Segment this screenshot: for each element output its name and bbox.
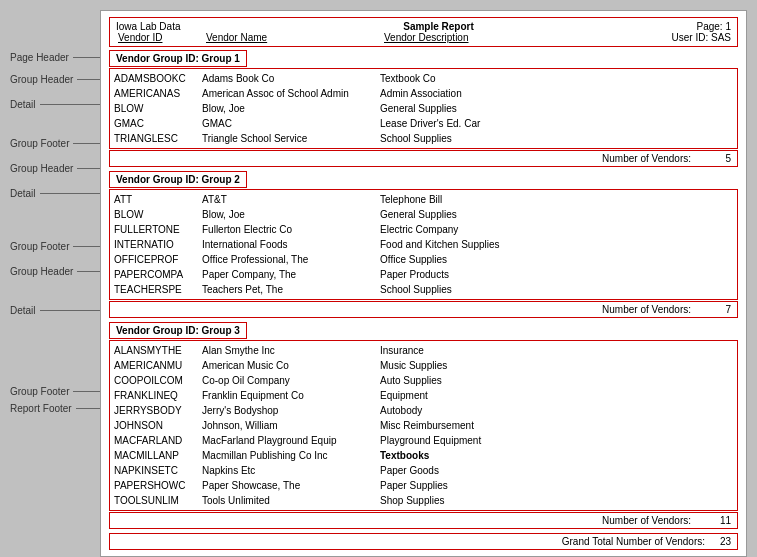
col-header-vendor-desc: Vendor Description xyxy=(384,32,469,43)
group-footer-count: 5 xyxy=(711,153,731,164)
vendor-name-cell: Napkins Etc xyxy=(202,463,372,478)
vendor-desc-cell: Telephone Bill xyxy=(380,192,733,207)
vendor-id-cell: INTERNATIO xyxy=(114,237,194,252)
vendor-id-cell: JERRYSBODY xyxy=(114,403,194,418)
table-row: PAPERCOMPAPaper Company, ThePaper Produc… xyxy=(114,267,733,282)
label-report-footer: Report Footer xyxy=(10,403,100,414)
vendor-name-cell: GMAC xyxy=(202,116,372,131)
table-row: PAPERSHOWCPaper Showcase, ThePaper Suppl… xyxy=(114,478,733,493)
report-footer-label: Grand Total Number of Vendors: xyxy=(562,536,705,547)
vendor-desc-cell: Autobody xyxy=(380,403,733,418)
label-group-header-3: Group Header xyxy=(10,266,100,277)
group-footer-label: Number of Vendors: xyxy=(602,515,691,526)
label-detail-1: Detail xyxy=(10,99,100,110)
company-name: Iowa Lab Data xyxy=(116,21,181,32)
vendor-name-cell: Fullerton Electric Co xyxy=(202,222,372,237)
vendor-name-cell: MacFarland Playground Equip xyxy=(202,433,372,448)
table-row: FULLERTONEFullerton Electric CoElectric … xyxy=(114,222,733,237)
vendor-id-cell: AMERICANMU xyxy=(114,358,194,373)
user-id: User ID: SAS xyxy=(672,32,731,43)
vendor-desc-cell: Lease Driver's Ed. Car xyxy=(380,116,733,131)
report-title: Sample Report xyxy=(181,21,697,32)
vendor-id-cell: MACMILLANP xyxy=(114,448,194,463)
vendor-name-cell: Alan Smythe Inc xyxy=(202,343,372,358)
groups-container: Vendor Group ID: Group 1ADAMSBOOKCAdams … xyxy=(109,50,738,550)
table-row: TRIANGLESCTriangle School ServiceSchool … xyxy=(114,131,733,146)
vendor-id-cell: JOHNSON xyxy=(114,418,194,433)
vendor-name-cell: Blow, Joe xyxy=(202,207,372,222)
vendor-id-cell: ALANSMYTHE xyxy=(114,343,194,358)
group-header-1: Vendor Group ID: Group 1 xyxy=(109,50,247,67)
table-row: AMERICANMUAmerican Music CoMusic Supplie… xyxy=(114,358,733,373)
vendor-desc-cell: General Supplies xyxy=(380,207,733,222)
table-row: JOHNSONJohnson, WilliamMisc Reimbursemen… xyxy=(114,418,733,433)
label-detail-3: Detail xyxy=(10,305,100,316)
table-row: MACFARLANDMacFarland Playground EquipPla… xyxy=(114,433,733,448)
vendor-desc-cell: Electric Company xyxy=(380,222,733,237)
vendor-name-cell: Blow, Joe xyxy=(202,101,372,116)
vendor-desc-cell: School Supplies xyxy=(380,282,733,297)
detail-section-2: ATTAT&TTelephone BillBLOWBlow, JoeGenera… xyxy=(109,189,738,300)
vendor-id-cell: PAPERCOMPA xyxy=(114,267,194,282)
vendor-id-cell: NAPKINSETC xyxy=(114,463,194,478)
vendor-name-cell: Paper Showcase, The xyxy=(202,478,372,493)
group-footer-label: Number of Vendors: xyxy=(602,304,691,315)
vendor-name-cell: Teachers Pet, The xyxy=(202,282,372,297)
table-row: MACMILLANPMacmillan Publishing Co IncTex… xyxy=(114,448,733,463)
vendor-id-cell: FULLERTONE xyxy=(114,222,194,237)
vendor-name-cell: American Assoc of School Admin xyxy=(202,86,372,101)
vendor-desc-cell: Office Supplies xyxy=(380,252,733,267)
table-row: JERRYSBODYJerry's BodyshopAutobody xyxy=(114,403,733,418)
vendor-desc-cell: Paper Goods xyxy=(380,463,733,478)
vendor-id-cell: TEACHERSPE xyxy=(114,282,194,297)
vendor-name-cell: Jerry's Bodyshop xyxy=(202,403,372,418)
vendor-desc-cell: School Supplies xyxy=(380,131,733,146)
col-header-vendor-name: Vendor Name xyxy=(206,32,376,43)
vendor-desc-cell: Textbook Co xyxy=(380,71,733,86)
vendor-id-cell: GMAC xyxy=(114,116,194,131)
vendor-id-cell: TRIANGLESC xyxy=(114,131,194,146)
vendor-desc-cell: Shop Supplies xyxy=(380,493,733,508)
vendor-id-cell: MACFARLAND xyxy=(114,433,194,448)
table-row: NAPKINSETCNapkins EtcPaper Goods xyxy=(114,463,733,478)
table-row: TEACHERSPETeachers Pet, TheSchool Suppli… xyxy=(114,282,733,297)
page-header: Iowa Lab Data Sample Report Page: 1 Vend… xyxy=(109,17,738,47)
vendor-desc-cell: Admin Association xyxy=(380,86,733,101)
group-section-3: Vendor Group ID: Group 3ALANSMYTHEAlan S… xyxy=(109,322,738,529)
vendor-desc-cell: Insurance xyxy=(380,343,733,358)
table-row: TOOLSUNLIMTools UnlimitedShop Supplies xyxy=(114,493,733,508)
table-row: BLOWBlow, JoeGeneral Supplies xyxy=(114,207,733,222)
vendor-id-cell: ATT xyxy=(114,192,194,207)
vendor-desc-cell: Misc Reimbursement xyxy=(380,418,733,433)
group-footer-3: Number of Vendors:11 xyxy=(109,512,738,529)
vendor-desc-cell: Auto Supplies xyxy=(380,373,733,388)
report-container: Iowa Lab Data Sample Report Page: 1 Vend… xyxy=(100,10,747,557)
table-row: ADAMSBOOKCAdams Book CoTextbook Co xyxy=(114,71,733,86)
vendor-name-cell: International Foods xyxy=(202,237,372,252)
vendor-desc-cell: Playground Equipment xyxy=(380,433,733,448)
label-group-header-1: Group Header xyxy=(10,74,100,85)
vendor-id-cell: OFFICEPROF xyxy=(114,252,194,267)
vendor-name-cell: Tools Unlimited xyxy=(202,493,372,508)
page-number: Page: 1 xyxy=(697,21,731,32)
table-row: FRANKLINEQFranklin Equipment CoEquipment xyxy=(114,388,733,403)
page-wrapper: Page Header Group Header Detail Group Fo… xyxy=(10,10,747,557)
vendor-id-cell: ADAMSBOOKC xyxy=(114,71,194,86)
vendor-name-cell: AT&T xyxy=(202,192,372,207)
col-header-vendor-id: Vendor ID xyxy=(118,32,198,43)
vendor-name-cell: Johnson, William xyxy=(202,418,372,433)
vendor-desc-cell: Paper Supplies xyxy=(380,478,733,493)
vendor-name-cell: Franklin Equipment Co xyxy=(202,388,372,403)
vendor-id-cell: BLOW xyxy=(114,101,194,116)
vendor-name-cell: Office Professional, The xyxy=(202,252,372,267)
table-row: INTERNATIOInternational FoodsFood and Ki… xyxy=(114,237,733,252)
vendor-id-cell: BLOW xyxy=(114,207,194,222)
table-row: OFFICEPROFOffice Professional, TheOffice… xyxy=(114,252,733,267)
vendor-name-cell: Paper Company, The xyxy=(202,267,372,282)
group-footer-count: 11 xyxy=(711,515,731,526)
group-footer-label: Number of Vendors: xyxy=(602,153,691,164)
detail-section-1: ADAMSBOOKCAdams Book CoTextbook CoAMERIC… xyxy=(109,68,738,149)
group-footer-count: 7 xyxy=(711,304,731,315)
label-group-footer-2: Group Footer xyxy=(10,241,100,252)
table-row: GMACGMACLease Driver's Ed. Car xyxy=(114,116,733,131)
